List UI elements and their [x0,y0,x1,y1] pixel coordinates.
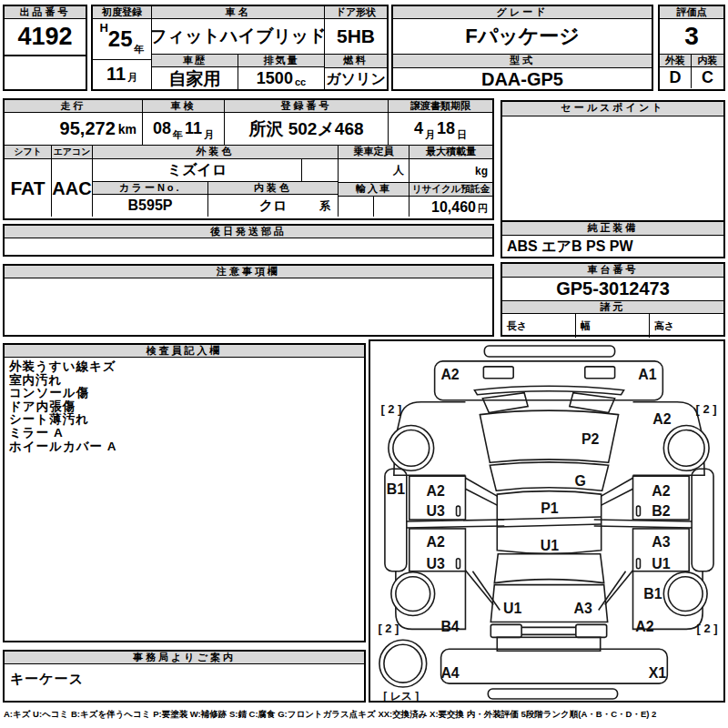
recycle-fee-label: リサイクル預託金 [410,183,492,197]
interior-color-suffix: 系 [319,198,330,214]
diagram-label: A3 [652,534,670,550]
inspection-value: 08年11月 [143,113,225,145]
car-name-label: 車名 [152,6,324,19]
diagram-label: A2 [635,619,653,634]
grade-box: グレード Fパッケージ 型式 DAA-GP5 [391,5,653,91]
auction-number-box: 出品番号 4192 [3,5,87,91]
shift-label: シフト [5,146,51,159]
transfer-deadline-label: 譲渡書類期限 [389,100,492,113]
shift-value: FAT [5,159,51,217]
diagram-label: [ 2 ] [696,402,717,416]
diagram-label: A2 [652,411,671,427]
diagram-label: A2 [652,483,670,499]
model-code-value: DAA-GP5 [393,68,652,91]
color-no-label: カラーNo. [93,182,208,194]
inspection-label: 車検 [143,100,225,113]
import-value-left [339,197,374,217]
height-label: 高さ [650,314,723,338]
exterior-grade-value: D [660,67,692,88]
inspector-note: ドア内張傷 [5,400,364,414]
score-value: 3 [660,19,723,55]
aircon-value: AAC [52,159,92,217]
diagram-label: P1 [541,500,559,516]
diagram-label: A2 [426,534,444,550]
exterior-color-label: 外装色 [93,146,338,159]
interior-color-value: クロ 系 [208,195,338,217]
first-registration-year: H25年 [93,19,151,60]
diagram-label: [ レス ] [383,690,419,701]
front-bumper [435,361,663,400]
grade-label: グレード [393,6,652,19]
diagram-label: G [575,473,586,489]
rear-bottom-trim [488,689,617,699]
inspector-note: シート薄汚れ [5,413,364,427]
max-load-value: kg [410,159,492,183]
inspector-label: 検査員記入欄 [5,345,364,358]
interior-grade-label: 内装 [692,55,723,67]
office-box: 事務局よりご案内 キーケース [3,650,366,703]
sales-point-box: セールスポイント 純正装備 ABS エアB PS PW [500,100,725,258]
legend-text: A:キズ U:ヘコミ B:キズを伴うヘコミ P:要塗装 W:補修跡 S:錆 C:… [4,709,724,721]
diagram-label: B1 [387,481,405,497]
sales-point-label: セールスポイント [502,102,723,116]
car-top-view-diagram: A2A1[ 2 ][ 2 ]A2P2GB1A2U3P1A2B2A2U3U1A3U… [370,341,723,701]
office-label: 事務局よりご案内 [5,652,364,664]
import-label: 輸入車 [339,183,409,197]
tail-light-right [576,624,607,637]
vehicle-info-box: 初度登録 H25年 11月 車名 フィットハイブリッド 車歴 排気量 自家用 [91,5,389,91]
auction-number-value: 4192 [5,19,86,56]
inspector-note: 室内汚れ [5,374,364,388]
first-registration-month: 11月 [93,60,151,87]
diagram-label: U3 [426,556,444,571]
diagram-label: [ 2 ] [697,622,718,635]
capacity-value: 人 [339,159,409,183]
width-label: 幅 [576,314,650,338]
tail-light-left [490,624,521,637]
later-shipped-parts-box: 後日発送部品 [3,224,494,257]
fuel-label: 燃料 [325,55,387,68]
history-label: 車歴 [152,55,238,67]
diagram-label: B2 [652,503,670,519]
rear-window [494,554,603,583]
door-shape-label: ドア形状 [325,6,387,19]
diagram-label: U1 [503,601,521,616]
diagram-label: A4 [440,665,459,681]
office-note: キーケース [5,664,364,693]
score-label: 評価点 [660,6,723,19]
damage-diagram-box: A2A1[ 2 ][ 2 ]A2P2GB1A2U3P1A2B2A2U3U1A3U… [369,339,725,703]
diagram-label: X1 [649,665,667,681]
diagram-label: A2 [440,367,459,382]
inspector-note: コンソール傷 [5,387,364,400]
diagram-label: A1 [638,367,656,382]
door-shape-value: 5HB [325,19,387,55]
displacement-label: 排気量 [238,55,324,67]
inspector-note: ミラー A [5,427,364,440]
sales-point-body [502,116,723,222]
interior-grade-value: C [692,67,723,88]
diagram-label: U1 [541,538,559,553]
diagram-label: A3 [574,601,592,616]
auction-sheet: 出品番号 4192 初度登録 H25年 11月 車名 フィットハイブリッド 車歴… [0,0,728,728]
headlight-left [482,393,528,413]
inspector-box: 検査員記入欄 外装うすい線キズ室内汚れコンソール傷ドア内張傷シート薄汚れミラー … [3,343,366,642]
import-value-right [374,197,410,217]
recycle-fee-value: 10,460円 [410,197,492,217]
front-top-trim [484,346,614,357]
model-code-label: 型式 [393,55,652,68]
transfer-deadline-value: 4月18日 [389,113,492,145]
oem-equipment-value: ABS エアB PS PW [502,236,723,258]
mileage-value: 95,272km [5,113,143,145]
side-sill-right [692,469,713,571]
history-value: 自家用 [152,67,238,89]
interior-color-label: 内装色 [208,182,338,194]
registration-table: 走行 車検 登録番号 譲渡書類期限 95,272km 08年11月 所沢 502… [3,98,494,220]
color-no-value: B595P [93,195,208,217]
score-box: 評価点 3 外装 内装 D C [658,5,725,91]
car-name-value: フィットハイブリッド [152,19,324,55]
max-load-label: 最大積載量 [410,146,492,159]
chassis-number-label: 車台番号 [502,264,723,278]
aircon-label: エアコン [52,146,92,159]
reg-number-label: 登録番号 [225,100,389,113]
inspector-note: ホイールカバー A [5,440,364,454]
rear-bumper [441,649,668,683]
